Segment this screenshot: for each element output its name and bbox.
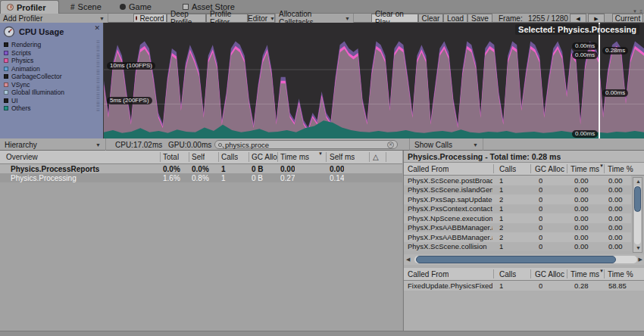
- called-from-row[interactable]: PhysX.ScScene.postBroad 1 0 0.00 0.00: [404, 176, 631, 185]
- tab-profiler[interactable]: Profiler: [0, 0, 59, 14]
- cpu-time-readout: CPU:17.02ms: [115, 140, 162, 149]
- col-calls[interactable]: Calls: [499, 163, 516, 175]
- cpu-usage-panel: CPU Usage ✕ Rendering ≡≡ Scripts ≡≡ Phys…: [0, 23, 104, 138]
- legend-color-swatch[interactable]: [4, 58, 8, 63]
- col-gc-alloc[interactable]: GC Alloc: [535, 268, 564, 280]
- scroll-left-icon[interactable]: ◀: [406, 256, 410, 263]
- cell-calls: 1: [499, 213, 503, 223]
- close-icon[interactable]: ✕: [94, 24, 100, 32]
- drag-handle-icon[interactable]: ≡≡: [96, 104, 100, 113]
- legend-color-swatch[interactable]: [4, 106, 8, 110]
- tab-profiler-label: Profiler: [17, 3, 46, 12]
- called-from-row[interactable]: PhysX.NpScene.execution 1 0 0.00 0.00: [404, 213, 631, 223]
- calls-to-rows: FixedUpdate.PhysicsFixed 1 0 0.28 58.85: [404, 281, 644, 291]
- vertical-scroll-thumb[interactable]: [634, 186, 641, 212]
- detail-title: Physics.Processing - Total time: 0.28 ms: [408, 151, 561, 162]
- col-time-ms[interactable]: Time ms: [280, 151, 309, 163]
- marker-pill: 0.00ms: [572, 130, 598, 138]
- called-from-row[interactable]: PhysX.PxsSap.sapUpdate 2 0 0.00 0.00: [404, 194, 631, 204]
- cell-self-ms: 0.14: [330, 173, 344, 182]
- cell-called-from: PhysX.NpScene.execution: [408, 213, 492, 223]
- col-time-pct[interactable]: Time %: [608, 268, 633, 280]
- editor-dropdown[interactable]: Editor ▼: [248, 14, 275, 23]
- col-self[interactable]: Self: [192, 151, 205, 163]
- next-frame-button[interactable]: ▶: [588, 14, 605, 23]
- gridline-label-10ms: 10ms (100FPS): [107, 62, 155, 70]
- add-profiler-dropdown[interactable]: Add Profiler ▼: [0, 14, 108, 23]
- legend-color-swatch[interactable]: [4, 51, 8, 55]
- col-calls[interactable]: Calls: [221, 151, 238, 163]
- tab-scene[interactable]: # Scene: [64, 0, 108, 14]
- legend-color-swatch[interactable]: [4, 98, 8, 103]
- horizontal-scroll-thumb[interactable]: [416, 256, 616, 263]
- search-field[interactable]: ✕: [214, 140, 398, 149]
- col-time-ms[interactable]: Time ms: [571, 268, 599, 280]
- current-frame-button[interactable]: Current: [612, 14, 643, 23]
- scroll-right-icon[interactable]: ▶: [639, 256, 642, 263]
- legend-item: Rendering ≡≡: [4, 41, 100, 49]
- col-gc-alloc[interactable]: GC Allo: [252, 151, 277, 163]
- view-mode-dropdown[interactable]: Hierarchy ▼: [0, 138, 106, 151]
- scroll-down-icon[interactable]: ▼: [636, 244, 641, 252]
- col-calls[interactable]: Calls: [499, 268, 516, 280]
- scroll-up-icon[interactable]: ▲: [636, 178, 641, 185]
- cpu-chart-svg[interactable]: [104, 23, 644, 138]
- cell-gc: 0: [539, 223, 542, 233]
- prev-frame-icon: ◀: [576, 14, 580, 23]
- editor-label: Editor: [248, 14, 267, 23]
- col-time-ms[interactable]: Time ms: [571, 163, 599, 175]
- clear-button[interactable]: Clear: [418, 14, 443, 23]
- cell-pct: 0.00: [608, 213, 623, 223]
- called-from-row[interactable]: PhysX.PxsAABBManager.a 2 0 0.00 0.00: [404, 223, 631, 233]
- record-button[interactable]: Record: [133, 14, 167, 23]
- col-time-pct[interactable]: Time %: [608, 163, 633, 175]
- called-from-row[interactable]: PhysX.ScScene.collision 1 0 0.00 0.00: [404, 242, 631, 252]
- called-from-row[interactable]: FixedUpdate.PhysicsFixed 1 0 0.28 58.85: [404, 281, 644, 291]
- warning-column-icon[interactable]: △: [373, 151, 379, 163]
- game-circle-icon: [120, 4, 126, 10]
- col-called-from[interactable]: Called From: [408, 163, 449, 175]
- selected-frame-line[interactable]: [599, 23, 600, 138]
- cpu-chart-area[interactable]: Selected: Physics.Processing 10ms (100FP…: [104, 23, 644, 138]
- window-menu-icon[interactable]: ▼ ≡: [633, 9, 643, 14]
- legend-item: VSync ≡≡: [4, 81, 100, 89]
- col-called-from[interactable]: Called From: [408, 268, 449, 280]
- tab-game[interactable]: Game: [114, 0, 158, 14]
- legend-color-swatch[interactable]: [4, 42, 8, 47]
- cell-calls: 1: [499, 242, 503, 252]
- search-input[interactable]: [225, 141, 384, 149]
- cell-gc: 0: [539, 281, 542, 291]
- prev-frame-button[interactable]: ◀: [570, 14, 586, 23]
- legend-color-swatch[interactable]: [4, 74, 8, 79]
- marker-pill-selected: 0.28ms: [602, 47, 628, 54]
- load-button[interactable]: Load: [443, 14, 467, 23]
- hierarchy-row-processing-selected[interactable]: Physics.Processing 1.6% 0.8% 1 0 B 0.27 …: [0, 173, 402, 182]
- record-label: Record: [139, 14, 164, 23]
- cell-pct: 0.00: [608, 223, 623, 233]
- legend-color-swatch[interactable]: [4, 67, 8, 71]
- deep-profile-button[interactable]: Deep Profile: [167, 14, 206, 23]
- cell-pct: 0.00: [608, 242, 623, 252]
- allocation-callstacks-dropdown[interactable]: Allocation Callstacks ▼: [275, 14, 354, 23]
- called-from-row[interactable]: PhysX.PxsAABBManager.a 2 0 0.00 0.00: [404, 232, 631, 242]
- cell-gc: 0: [539, 176, 542, 185]
- clear-search-icon[interactable]: ✕: [387, 142, 394, 148]
- profile-editor-button[interactable]: Profile Editor: [206, 14, 248, 23]
- called-from-row[interactable]: PhysX.ScScene.islandGen 1 0 0.00 0.00: [404, 185, 631, 195]
- save-button[interactable]: Save: [467, 14, 492, 23]
- show-calls-dropdown[interactable]: Show Calls ▼: [409, 138, 483, 151]
- legend-color-swatch[interactable]: [4, 82, 8, 87]
- col-gc-alloc[interactable]: GC Alloc: [535, 163, 564, 175]
- col-total[interactable]: Total: [163, 151, 179, 163]
- detail-vertical-scrollbar[interactable]: ▲ ▼: [633, 177, 642, 253]
- cell-self-ms: 0.00: [330, 164, 344, 173]
- cell-calls: 2: [499, 194, 503, 204]
- col-self-ms[interactable]: Self ms: [330, 151, 355, 163]
- cell-gc: 0 B: [252, 164, 264, 173]
- clear-on-play-button[interactable]: Clear on Play: [371, 14, 418, 23]
- col-overview[interactable]: Overview: [6, 151, 38, 163]
- legend-color-swatch[interactable]: [4, 90, 8, 95]
- hierarchy-row-processreports[interactable]: Physics.ProcessReports 0.0% 0.0% 1 0 B 0…: [0, 164, 402, 173]
- detail-horizontal-scrollbar[interactable]: ◀ ▶: [404, 254, 644, 265]
- called-from-row[interactable]: PhysX.PxsContext.contact 1 0 0.00 0.00: [404, 204, 631, 214]
